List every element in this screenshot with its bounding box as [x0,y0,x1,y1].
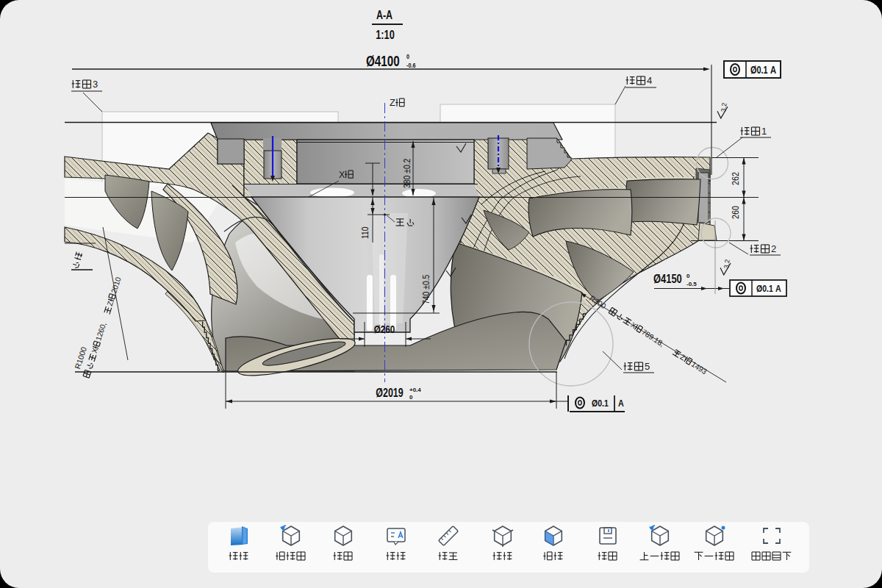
svg-text:A: A [770,65,776,76]
svg-text:3.2: 3.2 [723,259,731,269]
svg-text:0: 0 [686,273,690,279]
svg-text:110: 110 [359,226,370,239]
svg-text:A: A [775,283,781,294]
svg-text:-0.6: -0.6 [406,62,416,69]
svg-text:3.2: 3.2 [720,102,728,112]
svg-text:0: 0 [409,394,413,401]
svg-text:Ø4100: Ø4100 [366,53,400,70]
svg-text:Ø260: Ø260 [374,323,395,336]
svg-text:1:10: 1:10 [376,27,395,41]
svg-text:380 ±0.2: 380 ±0.2 [401,159,412,188]
svg-text:262: 262 [730,172,741,185]
svg-text:2: 2 [771,243,776,254]
svg-text:4: 4 [647,75,652,86]
svg-text:Ø0.1: Ø0.1 [750,65,768,76]
svg-text:-0.5: -0.5 [686,281,697,287]
svg-text:3: 3 [93,79,98,90]
svg-text:A: A [618,398,624,409]
svg-text:Z: Z [390,97,395,108]
svg-text:0: 0 [406,53,409,60]
svg-text:Ø0.1: Ø0.1 [592,398,609,409]
svg-text:1: 1 [761,126,767,137]
svg-text:+0.4: +0.4 [409,387,421,393]
svg-text:Ø2019: Ø2019 [376,387,403,400]
svg-text:5: 5 [645,361,650,372]
svg-text:260: 260 [730,206,741,219]
svg-text:Ø0.1: Ø0.1 [756,283,773,295]
svg-text:Ø4150: Ø4150 [653,271,682,285]
svg-text:X: X [339,170,345,180]
svg-text:740 ±0.5: 740 ±0.5 [420,274,431,304]
svg-text:A-A: A-A [376,9,392,22]
